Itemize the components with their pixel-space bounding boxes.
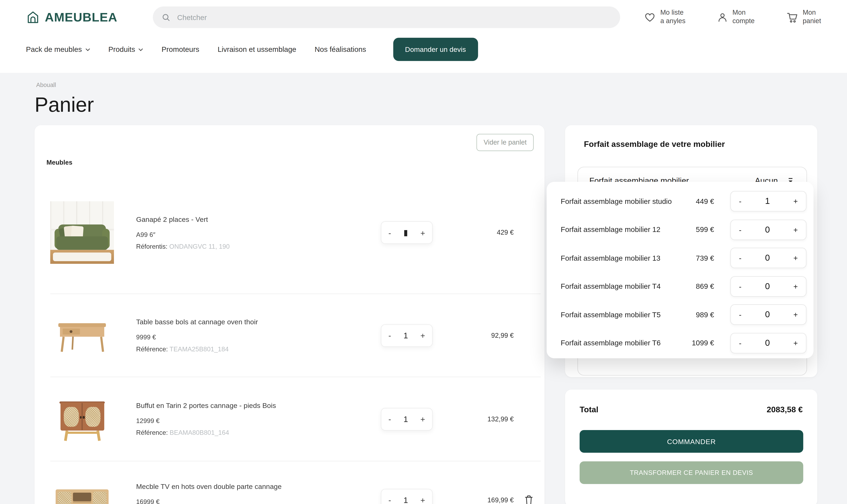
option-price: 599 € [675,226,714,234]
product-reference: Référence: BEAMA80B801_164 [136,429,381,437]
delete-item-icon[interactable] [524,494,534,504]
quantity-increase-button[interactable]: + [420,495,425,504]
assembly-option-row[interactable]: Forfait assemblage mobilier T5 989 € - 0… [547,301,813,329]
option-decrease-button[interactable]: - [739,339,742,347]
nav-promoteurs[interactable]: Promoteurs [161,45,199,53]
assembly-option-row[interactable]: Forfait assemblage mobilier T6 1099 € - … [547,329,813,357]
option-price: 869 € [675,282,714,290]
quantity-increase-button[interactable]: + [420,331,425,340]
product-price: 9999 € [136,334,381,341]
quantity-decrease-button[interactable]: - [388,228,391,237]
option-quantity-stepper: - 0 + [730,304,807,325]
chevron-down-icon [85,48,90,51]
option-quantity-stepper: - 0 + [730,248,807,268]
main-nav: Pack de meubles Produits Promoteurs Livr… [0,35,847,69]
product-title[interactable]: Mecble TV en hots oven double parte cann… [136,482,381,490]
quantity-value: 1 [403,414,408,424]
product-reference: Réforentis: ONDANGVC 11, 190 [136,242,381,250]
product-price: 12999 € [136,417,381,425]
cart-item-row: Table basse bols at cannage oven thoir 9… [50,294,541,377]
cart-icon [786,11,798,23]
option-quantity-value: 0 [765,225,770,235]
quantity-decrease-button[interactable]: - [388,414,391,424]
cart-item-row: Mecble TV en hots oven double parte cann… [50,461,541,504]
option-increase-button[interactable]: + [793,339,798,347]
wishlist-button[interactable]: Mo listea anyles [644,9,686,26]
option-quantity-stepper: - 1 + [730,191,807,212]
quantity-decrease-button[interactable]: - [388,331,391,340]
assembly-panel: Forfait assemblage de vetre mobilier For… [565,125,817,377]
assembly-option-row[interactable]: Forfait assemblage mobilier 13 739 € - 0… [547,244,813,272]
assembly-option-row[interactable]: Forfait assemblage mobilier 12 599 € - 0… [547,216,813,244]
quantity-increase-button[interactable]: + [420,228,425,237]
option-increase-button[interactable]: + [793,197,798,206]
option-decrease-button[interactable]: - [739,310,742,319]
product-image-buffet[interactable] [50,395,114,443]
option-label: Forfait assemblage mobilier T4 [561,282,675,290]
option-increase-button[interactable]: + [793,226,798,234]
option-decrease-button[interactable]: - [739,254,742,262]
wishlist-label: Mo listea anyles [660,9,686,26]
option-decrease-button[interactable]: - [739,282,742,291]
line-total: 429 € [433,229,517,236]
option-label: Forfait assemblage mobilier T5 [561,311,675,319]
convert-to-quote-button[interactable]: TRANSFORMER CE PANIER EN DEVIS [580,461,803,484]
assembly-column: Forfait assemblage de vetre mobilier For… [565,125,817,504]
assembly-option-row[interactable]: Forfait assemblage mobilier studio 449 €… [547,187,813,215]
option-increase-button[interactable]: + [793,282,798,291]
clear-cart-button[interactable]: Vider le panlet [477,134,534,151]
home-logo-icon [26,10,40,24]
product-title[interactable]: Buffut en Tarin 2 portes cannage - pieds… [136,401,381,410]
option-decrease-button[interactable]: - [739,226,742,234]
option-decrease-button[interactable]: - [739,197,742,206]
option-quantity-stepper: - 0 + [730,276,807,296]
search-bar[interactable] [153,6,620,28]
brand-name: AMEUBLEA [45,10,118,24]
order-button[interactable]: COMMANDER [580,430,803,453]
nav-livraison[interactable]: Livraison et ussemblage [218,45,296,53]
breadcrumb[interactable]: Abouall [36,82,847,88]
option-quantity-stepper: - 0 + [730,220,807,240]
assembly-options-dropdown: Forfait assemblage mobilier studio 449 €… [547,182,813,358]
product-image-table[interactable] [50,317,114,354]
nav-produits[interactable]: Produits [108,45,143,53]
option-increase-button[interactable]: + [793,310,798,319]
total-label: Total [580,404,599,414]
assembly-option-row[interactable]: Forfait assemblage mobilier T4 869 € - 0… [547,272,813,301]
product-reference: Référence: TEAMA25B801_184 [136,345,381,353]
quantity-value: 1 [403,495,408,504]
option-label: Forfait assemblage mobilier studio [561,197,675,205]
option-label: Forfait assemblage mobilier T6 [561,339,675,347]
product-title[interactable]: Table basse bols at cannage oven thoir [136,318,381,326]
product-image-sofa[interactable] [50,201,114,264]
header-actions: Mo listea anyles Moncompte [644,9,821,26]
option-label: Forfait assemblage mobilier 13 [561,254,675,262]
search-input[interactable] [176,13,611,22]
nav-pack-de-meubles[interactable]: Pack de meubles [26,45,90,53]
line-total: 169,99 € [433,496,517,504]
option-price: 449 € [675,197,714,205]
search-icon [161,13,171,22]
cart-item-row: Buffut en Tarin 2 portes cannage - pieds… [50,377,541,462]
quantity-stepper: - 1 + [381,408,433,430]
brand-logo[interactable]: AMEUBLEA [26,10,153,24]
quantity-decrease-button[interactable]: - [388,495,391,504]
option-price: 989 € [675,311,714,319]
chevron-down-icon [138,48,143,51]
page: AMEUBLEA Mo listea anyles [0,0,847,504]
cart-button[interactable]: Monpaniet [786,9,821,26]
total-value: 2083,58 € [766,404,802,414]
request-quote-button[interactable]: Domander un devis [393,38,478,61]
option-quantity-value: 0 [765,282,770,291]
product-title[interactable]: Ganapé 2 places - Vert [136,215,381,223]
product-image-tv-stand[interactable] [50,482,114,504]
quantity-stepper: - ▮ + [381,221,433,244]
quantity-stepper: - 1 + [381,488,433,504]
option-quantity-value: 0 [765,310,770,320]
option-increase-button[interactable]: + [793,254,798,262]
quantity-increase-button[interactable]: + [420,414,425,424]
product-price: 16999 € [136,498,381,504]
nav-realisations[interactable]: Nos féalisations [315,45,366,53]
account-button[interactable]: Moncompte [717,9,755,26]
option-price: 1099 € [675,339,714,347]
